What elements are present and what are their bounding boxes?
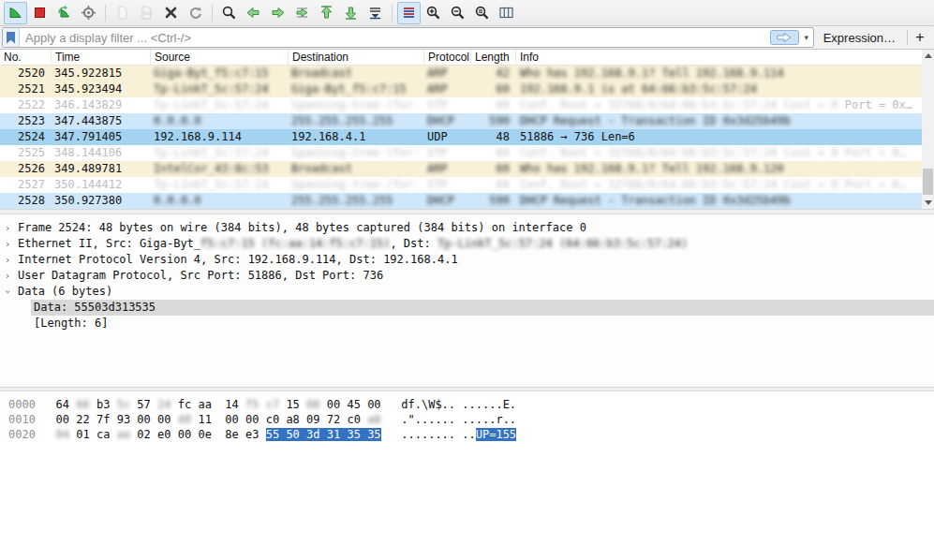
go-to-packet-button[interactable] [290, 2, 314, 24]
capture-options-button[interactable] [77, 2, 100, 24]
detail-line[interactable]: ›Ethernet II, Src: Giga-Byt_f5:c7:15 (fc… [0, 236, 934, 252]
find-packet-button[interactable] [217, 2, 241, 24]
packet-row[interactable]: 2524347.791405192.168.9.114192.168.4.1UD… [0, 129, 934, 145]
save-file-button[interactable]: 010 [135, 2, 158, 24]
column-header-info[interactable]: Info [516, 50, 934, 65]
add-filter-button[interactable]: + [908, 27, 932, 48]
arrow-down-icon [343, 5, 359, 21]
hex-byte: 04 [56, 428, 69, 441]
go-back-button[interactable] [242, 2, 265, 24]
cell-info: Who has 192.168.9.1? Tell 192.168.9.120 [516, 161, 934, 177]
detail-line[interactable]: ›Internet Protocol Version 4, Src: 192.1… [0, 252, 934, 268]
packet-row[interactable]: 2527350.144412Tp-LinkT_5c:57:24Spanning-… [0, 177, 934, 193]
cell-info: Conf. Root = 32768/0/64:66:b3:5c:57:24 C… [516, 145, 934, 161]
start-capture-button[interactable] [4, 2, 27, 24]
column-header-no[interactable]: No. [0, 50, 52, 65]
expander-collapsed-icon[interactable]: › [0, 252, 15, 268]
scroll-down-button[interactable] [922, 197, 934, 209]
hex-byte: 35 [347, 428, 367, 441]
hex-row[interactable]: 0010 00 22 7f 93 00 00 40 11 00 00 c0 a8… [8, 412, 934, 427]
column-header-time[interactable]: Time [52, 50, 151, 65]
zoom-reset-button[interactable] [470, 2, 494, 24]
expander-collapsed-icon[interactable]: › [0, 220, 15, 236]
cell-tme: 345.923494 [52, 81, 151, 97]
display-filter-input[interactable]: Apply a display filter ... <Ctrl-/> [20, 28, 768, 47]
goto-packet-icon [294, 5, 310, 21]
document-icon [114, 5, 130, 21]
scrollbar-thumb[interactable] [923, 169, 933, 195]
stop-capture-button[interactable] [28, 2, 52, 24]
packet-list-scrollbar[interactable] [922, 50, 934, 209]
expander-placeholder [0, 316, 15, 332]
packet-row[interactable]: 2521345.923494Tp-LinkT_5c:57:24Giga-Byt_… [0, 81, 934, 97]
detail-text: [Length: 6] [31, 316, 934, 332]
hex-byte: 22 [76, 413, 89, 426]
hex-byte: 72 [327, 413, 340, 426]
cell-tme: 350.144412 [52, 177, 151, 193]
hex-row[interactable]: 0020 04 01 ca ae 02 e0 00 0e 8e e3 55 50… [8, 427, 934, 442]
cell-tme: 345.922815 [52, 66, 151, 81]
expander-expanded-icon[interactable]: › [0, 284, 15, 300]
zoom-in-button[interactable] [422, 2, 445, 24]
cell-pro: ARP [424, 66, 471, 81]
detail-line-selected[interactable]: Data: 55503d313535 [0, 300, 934, 316]
detail-line[interactable]: ›User Datagram Protocol, Src Port: 51886… [0, 268, 934, 284]
cell-tme: 350.927380 [52, 193, 151, 209]
cell-info: Conf. Root = 32768/0/64:66:b3:5c:57:24 C… [516, 97, 934, 113]
zoom-out-button[interactable] [446, 2, 469, 24]
resize-columns-button[interactable] [495, 2, 518, 24]
column-header-protocol[interactable]: Protocol [424, 50, 471, 65]
cell-src: IntelCor_43:8c:53 [151, 161, 289, 177]
hex-offset: 0020 [8, 428, 36, 441]
packet-row[interactable]: 2520345.922815Giga-Byt_f5:c7:15Broadcast… [0, 66, 934, 81]
detail-line[interactable]: ›Data (6 bytes) [0, 284, 934, 300]
go-to-bottom-button[interactable] [339, 2, 363, 24]
go-forward-button[interactable] [266, 2, 289, 24]
cell-dst: 255.255.255.255 [289, 113, 424, 129]
auto-scroll-button[interactable] [363, 2, 387, 24]
cell-src: Tp-LinkT_5c:57:24 [151, 177, 289, 193]
packet-list-header: No.TimeSourceDestinationProtocolLengthIn… [0, 50, 934, 66]
hex-byte: 66 [76, 398, 89, 411]
packet-row[interactable]: 2525348.144106Tp-LinkT_5c:57:24Spanning-… [0, 145, 934, 161]
hex-byte: 00 [367, 398, 380, 411]
hex-dump-pane[interactable]: 0000 64 66 b3 5c 57 24 fc aa 14 f5 c7 15… [0, 391, 934, 558]
hex-ascii: ."...... .....r.. [401, 413, 516, 426]
close-file-button[interactable] [159, 2, 183, 24]
cell-src: Tp-LinkT_5c:57:24 [151, 97, 289, 113]
cell-dst: 192.168.4.1 [289, 129, 424, 145]
filter-dropdown-button[interactable]: ▾ [800, 28, 813, 47]
open-file-button[interactable] [111, 2, 134, 24]
expander-collapsed-icon[interactable]: › [0, 268, 15, 284]
cell-src: Tp-LinkT_5c:57:24 [151, 145, 289, 161]
scroll-up-button[interactable] [922, 50, 934, 62]
detail-line[interactable]: ›Frame 2524: 48 bytes on wire (384 bits)… [0, 220, 934, 236]
expression-button[interactable]: Expression… [814, 27, 907, 48]
magnifier-icon [221, 5, 237, 21]
packet-row[interactable]: 2526349.489781IntelCor_43:8c:53Broadcast… [0, 161, 934, 177]
hex-row[interactable]: 0000 64 66 b3 5c 57 24 fc aa 14 f5 c7 15… [8, 397, 934, 412]
hex-byte: 00 [178, 428, 191, 441]
column-header-destination[interactable]: Destination [289, 50, 424, 65]
restart-capture-button[interactable] [52, 2, 76, 24]
cell-no: 2523 [0, 113, 52, 129]
hex-byte: 45 [347, 398, 360, 411]
reload-file-button[interactable] [184, 2, 207, 24]
column-header-source[interactable]: Source [151, 50, 289, 65]
bookmark-icon [7, 32, 15, 44]
hex-byte: 01 [76, 428, 89, 441]
filter-bookmark-button[interactable] [3, 28, 20, 47]
expander-collapsed-icon[interactable]: › [0, 236, 15, 252]
column-header-length[interactable]: Length [471, 50, 516, 65]
go-to-top-button[interactable] [315, 2, 338, 24]
colorize-button[interactable] [397, 2, 421, 24]
packet-row[interactable]: 2528350.9273800.0.0.0255.255.255.255DHCP… [0, 193, 934, 209]
hex-byte: 64 [56, 398, 69, 411]
detail-line[interactable]: [Length: 6] [0, 316, 934, 332]
hex-byte: 08 [306, 398, 319, 411]
packet-row[interactable]: 2522346.143829Tp-LinkT_5c:57:24Spanning-… [0, 97, 934, 113]
hex-byte: 7f [96, 413, 110, 426]
apply-filter-button[interactable] [770, 30, 799, 45]
packet-row[interactable]: 2523347.4438750.0.0.0255.255.255.255DHCP… [0, 113, 934, 129]
cell-len: 48 [471, 129, 516, 145]
